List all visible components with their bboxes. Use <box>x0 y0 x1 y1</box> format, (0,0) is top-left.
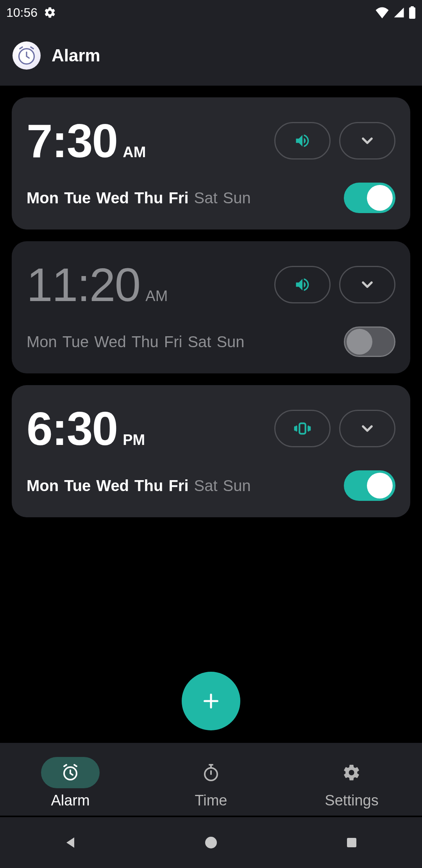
day-label: Wed <box>94 333 126 351</box>
day-label: Fri <box>168 189 188 207</box>
status-right <box>375 6 416 19</box>
alarm-toggle[interactable] <box>344 326 395 357</box>
alarm-card[interactable]: 11:20 AM Mon Tue Wed <box>12 241 410 373</box>
toggle-knob <box>347 329 372 355</box>
day-label: Fri <box>164 333 182 351</box>
day-label: Wed <box>96 477 129 495</box>
svg-point-6 <box>205 837 217 848</box>
bottom-nav: Alarm Time Settings <box>0 743 422 816</box>
status-bar: 10:56 <box>0 0 422 25</box>
alarm-actions <box>274 266 395 303</box>
alarm-ampm: AM <box>123 144 146 161</box>
back-button[interactable] <box>31 827 109 858</box>
alarm-time[interactable]: 11:20 AM <box>27 258 168 312</box>
day-label: Mon <box>27 477 59 495</box>
svg-rect-7 <box>347 838 356 847</box>
expand-button[interactable] <box>339 410 395 447</box>
svg-rect-0 <box>409 7 415 19</box>
toggle-knob <box>367 473 393 499</box>
gear-icon <box>44 6 56 19</box>
expand-button[interactable] <box>339 122 395 160</box>
status-time: 10:56 <box>6 5 38 20</box>
chevron-down-icon <box>359 276 376 293</box>
day-label: Thu <box>134 189 163 207</box>
alarm-time-row: 7:30 AM <box>27 114 395 168</box>
nav-item-settings[interactable]: Settings <box>322 757 381 809</box>
day-label: Tue <box>64 477 91 495</box>
day-label: Thu <box>134 477 163 495</box>
alarm-ampm: AM <box>145 288 168 305</box>
day-label: Thu <box>132 333 159 351</box>
alarm-time-row: 6:30 PM <box>27 402 395 456</box>
svg-rect-3 <box>299 423 305 434</box>
app-header: Alarm <box>0 25 422 86</box>
battery-icon <box>409 6 416 19</box>
recents-button[interactable] <box>313 827 391 858</box>
nav-label: Alarm <box>51 792 89 809</box>
day-label: Mon <box>27 189 59 207</box>
alarm-actions <box>274 410 395 447</box>
system-nav <box>0 817 422 868</box>
sound-mode-button[interactable] <box>274 410 331 447</box>
alarm-toggle[interactable] <box>344 470 395 501</box>
cell-signal-icon <box>393 7 405 18</box>
toggle-knob <box>367 185 393 211</box>
day-label: Tue <box>64 189 91 207</box>
chevron-down-icon <box>359 132 376 149</box>
alarm-list: 7:30 AM Mon Tue Wed <box>0 86 422 517</box>
svg-rect-1 <box>411 6 414 8</box>
volume-icon <box>294 132 311 149</box>
alarm-time-value: 7:30 <box>27 114 117 168</box>
nav-label: Settings <box>325 792 378 809</box>
day-label: Tue <box>63 333 89 351</box>
gear-icon <box>342 763 361 782</box>
alarm-time-row: 11:20 AM <box>27 258 395 312</box>
alarm-ampm: PM <box>123 432 145 448</box>
day-label: Sun <box>223 189 251 207</box>
alarm-days-row: Mon Tue Wed Thu Fri Sat Sun <box>27 470 395 501</box>
alarm-time[interactable]: 6:30 PM <box>27 402 145 456</box>
expand-button[interactable] <box>339 266 395 303</box>
sound-mode-button[interactable] <box>274 122 331 160</box>
alarm-days[interactable]: Mon Tue Wed Thu Fri Sat Sun <box>27 477 251 495</box>
nav-label: Time <box>195 792 227 809</box>
volume-icon <box>294 276 311 293</box>
day-label: Fri <box>168 477 188 495</box>
stopwatch-icon <box>202 763 220 782</box>
alarm-clock-icon <box>13 41 41 70</box>
day-label: Sun <box>223 477 251 495</box>
status-left: 10:56 <box>6 5 56 20</box>
alarm-card[interactable]: 6:30 PM Mon Tue Wed <box>12 385 410 517</box>
wifi-icon <box>375 7 389 18</box>
vibrate-icon <box>293 420 311 438</box>
alarm-days-row: Mon Tue Wed Thu Fri Sat Sun <box>27 183 395 213</box>
add-alarm-button[interactable] <box>182 672 240 730</box>
home-button[interactable] <box>172 827 250 858</box>
alarm-days[interactable]: Mon Tue Wed Thu Fri Sat Sun <box>27 189 251 207</box>
sound-mode-button[interactable] <box>274 266 331 303</box>
day-label: Sun <box>216 333 244 351</box>
alarm-icon <box>61 763 80 782</box>
alarm-actions <box>274 122 395 160</box>
alarm-time-value: 6:30 <box>27 402 117 456</box>
page-title: Alarm <box>52 46 100 65</box>
alarm-time[interactable]: 7:30 AM <box>27 114 146 168</box>
day-label: Mon <box>27 333 57 351</box>
chevron-down-icon <box>359 420 376 437</box>
day-label: Sat <box>194 189 218 207</box>
alarm-time-value: 11:20 <box>27 258 140 312</box>
alarm-days-row: Mon Tue Wed Thu Fri Sat Sun <box>27 326 395 357</box>
nav-item-time[interactable]: Time <box>182 757 240 809</box>
day-label: Sat <box>194 477 218 495</box>
alarm-toggle[interactable] <box>344 183 395 213</box>
plus-icon <box>200 690 222 712</box>
nav-item-alarm[interactable]: Alarm <box>41 757 100 809</box>
day-label: Sat <box>188 333 211 351</box>
day-label: Wed <box>96 189 129 207</box>
alarm-days[interactable]: Mon Tue Wed Thu Fri Sat Sun <box>27 333 245 351</box>
alarm-card[interactable]: 7:30 AM Mon Tue Wed <box>12 97 410 230</box>
